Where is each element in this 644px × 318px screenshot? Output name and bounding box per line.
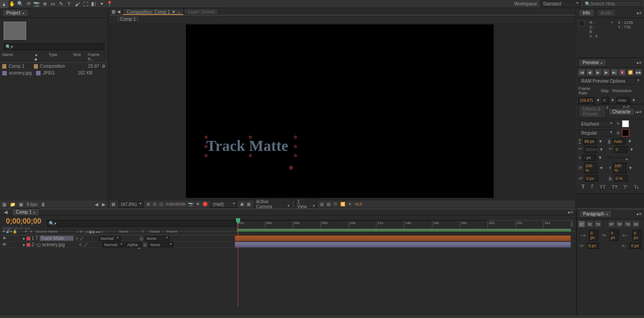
grid-icon[interactable]: ▦ bbox=[111, 202, 116, 206]
viewer-text-layer[interactable]: Track Matte bbox=[206, 137, 288, 154]
pen-tool-icon[interactable]: ✎ bbox=[57, 0, 65, 8]
prev-frame-button[interactable]: ◀| bbox=[587, 69, 593, 75]
justify-last-left-button[interactable] bbox=[608, 221, 615, 227]
font-style-dropdown[interactable]: Regular bbox=[579, 130, 615, 136]
help-search[interactable]: 🔍 bbox=[583, 1, 642, 7]
play-button[interactable]: ▶ bbox=[595, 69, 601, 75]
snapshot-icon[interactable]: 📷 bbox=[188, 202, 193, 206]
subscript-button[interactable]: T₁ bbox=[634, 184, 639, 190]
show-snap-icon[interactable]: 👁 bbox=[196, 202, 200, 206]
puppet-tool-icon[interactable]: 📍 bbox=[106, 0, 114, 8]
bold-button[interactable]: T bbox=[582, 184, 585, 190]
type-tool-icon[interactable]: T bbox=[65, 0, 73, 8]
flowchart-icon[interactable]: 🔀 bbox=[340, 202, 345, 206]
playhead[interactable] bbox=[238, 218, 238, 306]
effects-tab[interactable]: Effects & Presets bbox=[579, 105, 606, 118]
clone-tool-icon[interactable]: ⛶ bbox=[81, 0, 89, 8]
viewer-time[interactable]: 0;00;00;00 bbox=[166, 202, 185, 206]
layer-color[interactable] bbox=[27, 243, 30, 247]
indent-left-input[interactable]: 0 px bbox=[589, 230, 598, 241]
loop-button[interactable]: 🔁 bbox=[627, 69, 634, 75]
layer-row-2[interactable]: 👁 ▸ 2 ▫◻ scenery.jpg ⊹ ／ Normal Alpha ◎ … bbox=[0, 242, 575, 248]
selection-tool-icon[interactable]: ▲ bbox=[0, 0, 8, 8]
space-after-input[interactable]: 0 px bbox=[630, 243, 642, 249]
roi-icon[interactable]: ▣ bbox=[240, 202, 244, 206]
ram-preview-button[interactable]: ▶▶ bbox=[635, 69, 642, 75]
rotation-tool-icon[interactable]: ⟳ bbox=[24, 0, 32, 8]
parent-dropdown[interactable]: None bbox=[145, 236, 170, 241]
font-family-dropdown[interactable]: Elephant bbox=[579, 121, 615, 127]
first-frame-button[interactable]: |◀ bbox=[579, 69, 585, 75]
res-icon[interactable]: ⊞ bbox=[147, 202, 150, 206]
trkmat-dropdown[interactable]: Alpha bbox=[125, 242, 142, 248]
new-comp-icon[interactable]: ▣ bbox=[19, 202, 23, 207]
parent-pickwhip-icon[interactable]: ◎ bbox=[139, 236, 144, 241]
bpc-button[interactable]: 8 bpc bbox=[27, 202, 37, 207]
info-tab[interactable]: Info bbox=[579, 9, 594, 17]
interpret-icon[interactable]: ▦ bbox=[2, 202, 6, 207]
project-item-scenery[interactable]: scenery.jpg JPEG 162 KB bbox=[0, 70, 108, 76]
preview-res-input[interactable]: Auto bbox=[616, 97, 630, 103]
panel-menu-icon[interactable]: ▸≡ bbox=[637, 109, 642, 114]
rect-tool-icon[interactable]: ▭ bbox=[49, 0, 57, 8]
exposure-reset-icon[interactable]: ☀ bbox=[348, 202, 352, 206]
exposure-value[interactable]: +0.0 bbox=[354, 202, 362, 206]
fast-preview-icon[interactable]: ▤ bbox=[327, 202, 331, 206]
text-handle[interactable] bbox=[205, 145, 207, 148]
mute-button[interactable]: 🔇 bbox=[619, 69, 625, 75]
justify-last-center-button[interactable] bbox=[616, 221, 623, 227]
stroke-swatch[interactable] bbox=[622, 129, 629, 136]
text-handle[interactable] bbox=[294, 154, 297, 157]
smallcaps-button[interactable]: Tᴛ bbox=[612, 184, 617, 190]
text-handle[interactable] bbox=[249, 154, 251, 157]
project-item-comp[interactable]: Comp 1 Composition 29.97 ⚙ bbox=[0, 63, 108, 70]
align-center-button[interactable] bbox=[587, 221, 593, 227]
vscale-input[interactable]: 100 % bbox=[584, 163, 598, 173]
transparency-icon[interactable]: ▦ bbox=[247, 202, 251, 206]
leading-input[interactable]: Auto bbox=[612, 138, 626, 145]
project-tab[interactable]: Project× bbox=[2, 9, 28, 17]
workspace-dropdown[interactable]: Standard bbox=[540, 0, 581, 7]
safe-icon[interactable]: ⊡ bbox=[153, 202, 157, 206]
eraser-tool-icon[interactable]: ◧ bbox=[89, 0, 97, 8]
justify-last-right-button[interactable] bbox=[625, 221, 631, 227]
roto-tool-icon[interactable]: ✦ bbox=[97, 0, 106, 8]
channel-icon[interactable]: 🔴 bbox=[203, 202, 208, 206]
stroke-style-dropdown[interactable] bbox=[607, 157, 630, 159]
current-time[interactable]: 0;00;00;00 bbox=[2, 216, 45, 226]
work-area-bar[interactable] bbox=[237, 229, 571, 232]
brush-tool-icon[interactable]: 🖌 bbox=[73, 0, 81, 8]
indent-right-input[interactable]: 0 px bbox=[632, 230, 642, 241]
zoom-dropdown[interactable]: (47.8%) bbox=[118, 201, 144, 208]
caps-button[interactable]: TT bbox=[600, 184, 606, 190]
align-left-button[interactable] bbox=[579, 221, 585, 227]
layer-tab[interactable]: Layer: (none) bbox=[184, 8, 218, 15]
text-handle[interactable] bbox=[205, 136, 207, 138]
project-search[interactable]: 🔍▾ bbox=[4, 43, 104, 50]
comp-subtab[interactable]: Comp 1 bbox=[116, 15, 140, 22]
justify-all-button[interactable] bbox=[633, 221, 639, 227]
baseline-input[interactable]: 0 px bbox=[585, 175, 598, 182]
layer-color[interactable] bbox=[27, 237, 30, 240]
trash-icon[interactable]: 🗑 bbox=[41, 202, 46, 207]
parent-dropdown[interactable]: None bbox=[148, 242, 173, 248]
panel-menu-icon[interactable]: ▸≡ bbox=[637, 10, 642, 15]
next-frame-button[interactable]: |▶ bbox=[603, 69, 609, 75]
time-ruler[interactable]: 02s 04s 06s 08s 10s 12s 14s 16s 18s 20s … bbox=[237, 221, 571, 229]
tsume-input[interactable]: 0 % bbox=[614, 175, 628, 182]
layer-duration-bar[interactable] bbox=[235, 242, 571, 248]
settings-icon[interactable]: ⚙ bbox=[102, 64, 106, 69]
layer-row-1[interactable]: 👁 ▸ 1 T Track Matte ⊹ ／ Normal ◎ None bbox=[0, 235, 575, 242]
audio-tab[interactable]: Audio bbox=[597, 9, 616, 17]
fill-swatch[interactable] bbox=[622, 120, 629, 127]
stroke-width-input[interactable]: - px bbox=[583, 154, 596, 161]
character-tab[interactable]: Characte bbox=[608, 108, 635, 116]
panel-menu-icon[interactable]: ▸≡ bbox=[568, 210, 573, 215]
panel-menu-icon[interactable]: ▸≡ bbox=[637, 211, 642, 216]
align-right-button[interactable] bbox=[595, 221, 601, 227]
eyedropper-icon[interactable]: ✎ bbox=[616, 122, 620, 126]
blend-mode-dropdown[interactable]: Normal bbox=[102, 242, 124, 248]
no-stroke-icon[interactable]: ⊘ bbox=[616, 131, 620, 135]
viewer[interactable]: Track Matte ⊕ bbox=[186, 24, 494, 198]
layer-name[interactable]: scenery.jpg bbox=[42, 242, 77, 247]
